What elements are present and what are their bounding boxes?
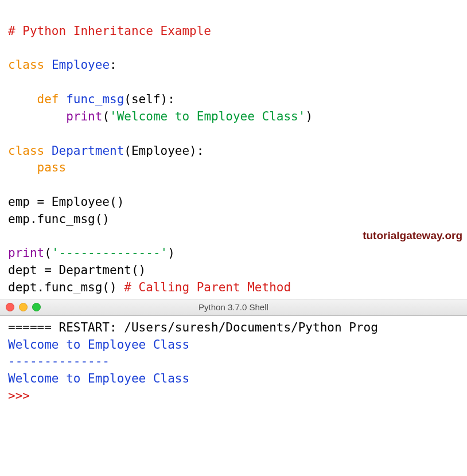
func-name: func_msg — [66, 92, 124, 106]
keyword-def: def — [37, 92, 59, 106]
keyword-pass: pass — [37, 161, 67, 174]
output-line: -------------- — [8, 354, 110, 368]
open-paren: ( — [102, 110, 110, 123]
zoom-icon[interactable] — [32, 303, 41, 311]
code-line: dept.func_msg() — [8, 280, 124, 294]
builtin-print: print — [66, 110, 102, 123]
shell-titlebar: Python 3.7.0 Shell — [0, 299, 467, 316]
keyword-class: class — [8, 144, 44, 158]
close-paren: ) — [168, 246, 175, 260]
close-icon[interactable] — [6, 303, 14, 311]
minimize-icon[interactable] — [19, 303, 28, 311]
restart-line: ====== RESTART: /Users/suresh/Documents/… — [8, 321, 378, 334]
builtin-print: print — [8, 246, 44, 260]
shell-output: ====== RESTART: /Users/suresh/Documents/… — [0, 316, 467, 409]
string-literal: 'Welcome to Employee Class' — [110, 110, 305, 123]
code-line: emp.func_msg() — [8, 212, 110, 226]
code-editor: # Python Inheritance Example class Emplo… — [0, 0, 467, 299]
window-controls — [6, 303, 41, 311]
func-sig: (self): — [124, 92, 175, 106]
colon: : — [110, 58, 117, 72]
shell-prompt[interactable]: >>> — [8, 389, 37, 403]
class-name-department: Department — [52, 144, 124, 158]
output-line: Welcome to Employee Class — [8, 338, 189, 352]
code-line: dept = Department() — [8, 263, 146, 277]
class-parent: (Employee): — [124, 144, 204, 158]
class-name-employee: Employee — [52, 58, 110, 72]
window-title: Python 3.7.0 Shell — [0, 302, 467, 312]
comment-line: # Calling Parent Method — [124, 280, 291, 294]
output-line: Welcome to Employee Class — [8, 372, 189, 385]
open-paren: ( — [44, 246, 52, 260]
string-literal: '--------------' — [52, 246, 168, 260]
code-line: emp = Employee() — [8, 195, 124, 209]
close-paren: ) — [305, 110, 313, 123]
watermark: tutorialgateway.org — [363, 228, 462, 244]
keyword-class: class — [8, 58, 44, 72]
comment-line: # Python Inheritance Example — [8, 24, 211, 38]
